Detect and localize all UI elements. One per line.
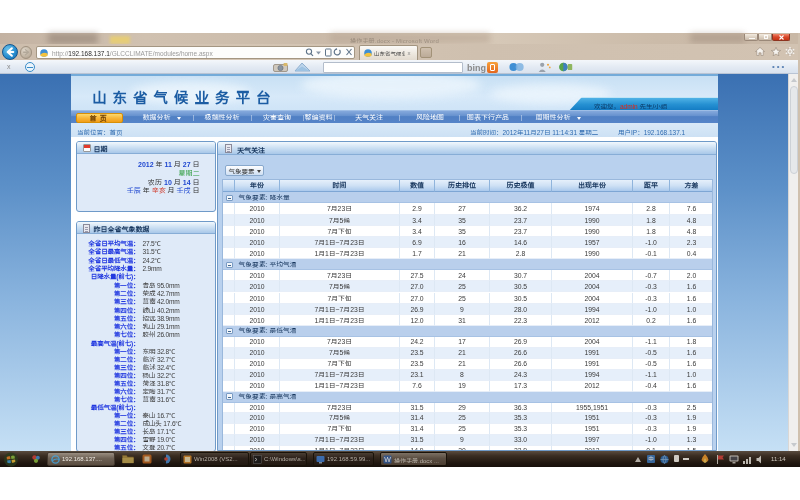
svg-text:W: W <box>384 456 391 463</box>
